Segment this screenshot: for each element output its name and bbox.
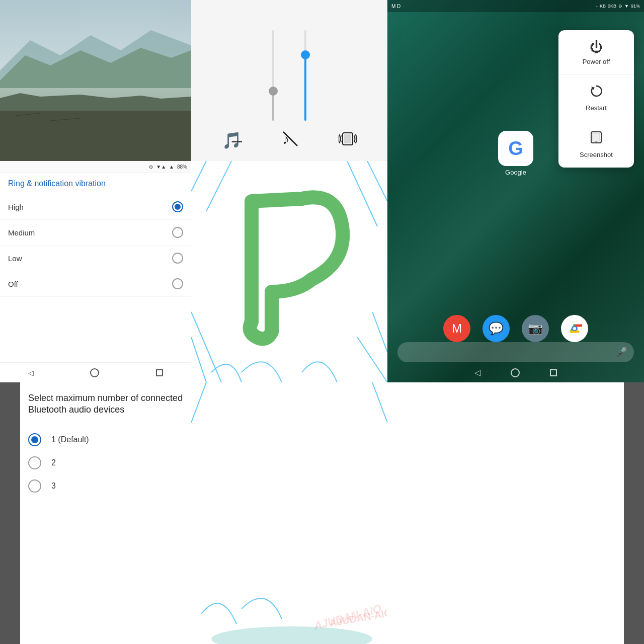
- vibration-high-radio-fill: [175, 204, 181, 210]
- restart-label: Restart: [586, 104, 607, 112]
- music-slider-track: [272, 30, 274, 121]
- power-panel: M D ···KB 0KB ⊖ ▼ 91% ⏻ Power off: [387, 0, 644, 382]
- bluetooth-panel: Select maximum number of connected Bluet…: [0, 382, 191, 644]
- restart-button[interactable]: Restart: [558, 75, 634, 121]
- bt-option-3-label: 3: [51, 481, 56, 491]
- status-bar: M D ···KB 0KB ⊖ ▼ 91%: [387, 0, 644, 12]
- bt-option-3[interactable]: 3: [28, 474, 183, 498]
- android-p-panel: [191, 161, 387, 382]
- bt-radio-1-fill: [31, 436, 38, 443]
- vib-status-battery: 88%: [177, 164, 187, 170]
- music-slider-thumb[interactable]: [269, 87, 278, 96]
- status-left-icons: M D: [391, 4, 400, 9]
- music-muted-icon: 🎵̶: [222, 131, 242, 151]
- screenshot-icon: [589, 130, 603, 148]
- vib-status-signal: ▲: [169, 164, 174, 170]
- signal-icon: ···KB: [596, 4, 606, 9]
- bt-option-2[interactable]: 2: [28, 451, 183, 474]
- power-off-icon: ⏻: [590, 39, 603, 55]
- restart-icon: [589, 84, 603, 101]
- music-muted-slash: ♪: [282, 131, 298, 151]
- vibration-status-bar: ⊖ ▼▲ ▲ 88%: [0, 161, 191, 173]
- vibration-medium-option[interactable]: Medium: [0, 220, 191, 246]
- vibration-slider-track: [304, 30, 306, 121]
- svg-point-19: [573, 327, 576, 330]
- bt-radio-2[interactable]: [28, 456, 41, 469]
- bt-radio-3[interactable]: [28, 479, 41, 493]
- google-label: Google: [505, 169, 526, 176]
- main-grid: 🎵̶ ♪: [0, 0, 644, 644]
- vibration-slider[interactable]: [304, 30, 306, 121]
- camera-icon[interactable]: 📷: [522, 315, 549, 342]
- data-indicator: 0KB: [608, 4, 616, 9]
- bt-option-1-label: 1 (Default): [51, 435, 89, 444]
- left-side-panel: [0, 382, 20, 644]
- bluetooth-dialog-title: Select maximum number of connected Bluet…: [28, 392, 183, 416]
- home-nav-button[interactable]: [511, 368, 520, 377]
- bluetooth-dialog: Select maximum number of connected Bluet…: [20, 382, 191, 644]
- vibration-high-label: High: [8, 203, 24, 211]
- vib-recents-icon[interactable]: [156, 369, 163, 376]
- vibration-low-label: Low: [8, 254, 22, 263]
- dock-row: M 💬 📷: [387, 315, 644, 342]
- svg-point-15: [596, 141, 597, 142]
- chrome-icon[interactable]: [561, 315, 588, 342]
- google-app-icon[interactable]: G: [498, 131, 533, 166]
- vib-status-icon-1: ⊖: [149, 164, 153, 170]
- vibration-nav-bar: ◁: [0, 362, 191, 382]
- vibration-medium-radio[interactable]: [172, 227, 183, 238]
- right-side-panel: [624, 382, 644, 644]
- vib-status-wifi: ▼▲: [156, 164, 166, 170]
- google-g-letter: G: [508, 138, 523, 159]
- sliders-row: [272, 30, 306, 121]
- vib-back-icon[interactable]: ◁: [28, 369, 34, 377]
- svg-rect-30: [191, 382, 387, 644]
- bottom-center-panel: AJUDAN-AIO AJUDAN-AIO: [191, 382, 387, 644]
- slider-icons-row: 🎵̶ ♪: [222, 131, 357, 151]
- power-off-button[interactable]: ⏻ Power off: [558, 30, 634, 75]
- power-menu-popup: ⏻ Power off Restart: [558, 30, 634, 168]
- bt-option-1[interactable]: 1 (Default): [28, 428, 183, 451]
- status-right-icons: ···KB 0KB ⊖ ▼ 91%: [596, 4, 640, 9]
- nav-bar-power: ◁: [387, 368, 644, 377]
- vibration-low-radio[interactable]: [172, 253, 183, 264]
- back-nav-icon[interactable]: ◁: [474, 368, 480, 377]
- svg-rect-5: [0, 111, 191, 161]
- vibration-off-label: Off: [8, 280, 18, 288]
- vibration-header: Ring & notification vibration: [0, 173, 191, 194]
- wifi-icon: ▼: [624, 4, 629, 9]
- music-slider[interactable]: [272, 30, 274, 121]
- vibration-low-option[interactable]: Low: [0, 246, 191, 271]
- svg-rect-11: [344, 134, 351, 143]
- gmail-icon[interactable]: M: [443, 315, 470, 342]
- vib-home-icon[interactable]: [90, 368, 99, 377]
- search-bar[interactable]: 🎤: [397, 342, 634, 362]
- messages-icon[interactable]: 💬: [482, 315, 510, 342]
- recents-nav-button[interactable]: [550, 369, 557, 376]
- svg-point-29: [277, 219, 317, 259]
- vibration-off-radio[interactable]: [172, 278, 183, 289]
- vibration-high-radio[interactable]: [172, 201, 183, 212]
- volume-icon: ⊖: [618, 4, 622, 9]
- landscape-panel: [0, 0, 191, 161]
- vibrate-icon: [339, 131, 357, 151]
- vibration-high-option[interactable]: High: [0, 194, 191, 220]
- bottom-right-content: [387, 382, 624, 644]
- vibration-off-option[interactable]: Off: [0, 271, 191, 297]
- screenshot-button[interactable]: Screenshot: [558, 121, 634, 168]
- vibration-slider-fill: [304, 53, 306, 121]
- mic-icon: 🎤: [616, 347, 627, 358]
- vibration-medium-label: Medium: [8, 228, 35, 237]
- vibration-slider-thumb[interactable]: [301, 50, 310, 59]
- vibration-panel: ⊖ ▼▲ ▲ 88% Ring & notification vibration…: [0, 161, 191, 382]
- battery-icon: 91%: [631, 4, 640, 9]
- android-p-background: [191, 161, 387, 382]
- bt-option-2-label: 2: [51, 458, 56, 467]
- bt-radio-1[interactable]: [28, 433, 41, 446]
- power-off-label: Power off: [583, 58, 610, 65]
- bottom-right-panel: [387, 382, 644, 644]
- screenshot-label: Screenshot: [580, 151, 613, 158]
- sliders-panel: 🎵̶ ♪: [191, 0, 387, 161]
- svg-rect-14: [593, 133, 600, 141]
